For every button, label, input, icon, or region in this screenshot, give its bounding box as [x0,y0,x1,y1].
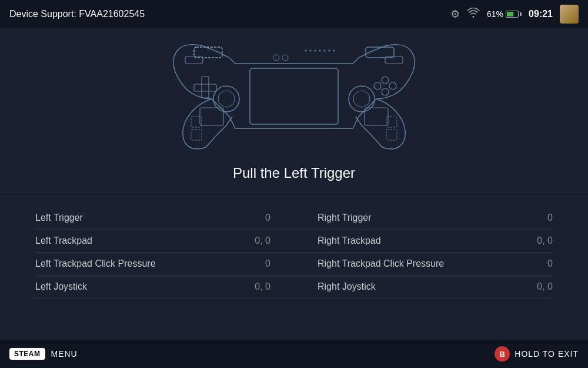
b-button[interactable]: B [495,346,510,362]
svg-rect-27 [386,130,397,140]
svg-point-13 [389,82,396,89]
svg-point-12 [374,82,381,89]
table-row: Right Trackpad 0, 0 [294,230,553,253]
left-trackpad-value: 0, 0 [241,236,270,246]
battery-indicator: 61% [487,9,522,19]
header-controls: ⚙ 61% 09:21 [450,5,579,24]
svg-point-23 [333,50,335,52]
right-trigger-value: 0 [523,213,553,223]
avatar[interactable] [560,5,579,24]
left-trackpad-click-label: Left Trackpad Click Pressure [35,258,156,269]
right-trackpad-click-value: 0 [523,258,553,269]
footer: STEAM MENU B HOLD TO EXIT [0,340,588,368]
svg-point-15 [273,55,279,61]
svg-point-4 [353,91,370,107]
settings-icon[interactable]: ⚙ [450,8,460,21]
svg-point-2 [218,91,235,107]
footer-right: B HOLD TO EXIT [495,346,579,362]
right-trackpad-value: 0, 0 [523,236,553,246]
battery-icon [506,11,522,18]
left-trackpad-click-value: 0 [241,258,270,269]
menu-label: MENU [51,349,78,359]
battery-percent: 61% [487,9,503,19]
right-joystick-value: 0, 0 [523,281,553,292]
table-row: Left Joystick 0, 0 [35,276,294,299]
hold-to-exit-label: HOLD TO EXIT [514,349,579,359]
svg-point-18 [310,50,312,52]
right-joystick-label: Right Joystick [318,281,376,292]
svg-rect-9 [202,77,209,98]
svg-point-11 [382,77,389,84]
clock: 09:21 [529,9,553,19]
left-data-column: Left Trigger 0 Left Trackpad 0, 0 Left T… [35,207,294,299]
instruction-text: Pull the Left Trigger [233,165,355,181]
left-joystick-value: 0, 0 [241,281,270,292]
table-row: Right Trackpad Click Pressure 0 [294,253,553,276]
controller-illustration [159,40,429,158]
left-trigger-label: Left Trigger [35,213,83,223]
section-divider [0,197,588,197]
svg-rect-10 [194,84,216,91]
right-trackpad-label: Right Trackpad [318,236,381,246]
svg-rect-28 [185,57,203,64]
svg-point-17 [305,50,307,52]
svg-point-20 [319,50,321,52]
table-row: Right Joystick 0, 0 [294,276,553,299]
right-data-column: Right Trigger 0 Right Trackpad 0, 0 Righ… [294,207,553,299]
header: Device Support: FVAA21602545 ⚙ 61% 09:21 [0,0,588,28]
left-trackpad-label: Left Trackpad [35,236,92,246]
right-trigger-label: Right Trigger [318,213,372,223]
steam-badge[interactable]: STEAM [9,348,45,360]
svg-point-19 [315,50,316,52]
svg-point-16 [282,55,288,61]
left-joystick-label: Left Joystick [35,281,87,292]
svg-point-21 [324,50,326,52]
device-title: Device Support: FVAA21602545 [9,9,145,19]
svg-point-22 [329,50,330,52]
data-grid: Left Trigger 0 Left Trackpad 0, 0 Left T… [0,207,588,299]
table-row: Right Trigger 0 [294,207,553,230]
left-trigger-value: 0 [241,213,270,223]
footer-left: STEAM MENU [9,348,78,360]
svg-point-14 [382,88,389,95]
table-row: Left Trackpad 0, 0 [35,230,294,253]
table-row: Left Trackpad Click Pressure 0 [35,253,294,276]
wifi-icon [467,8,480,21]
right-trackpad-click-label: Right Trackpad Click Pressure [318,258,444,269]
controller-area: Pull the Left Trigger [0,28,588,187]
table-row: Left Trigger 0 [35,207,294,230]
svg-rect-0 [250,68,338,124]
svg-rect-25 [191,130,202,140]
